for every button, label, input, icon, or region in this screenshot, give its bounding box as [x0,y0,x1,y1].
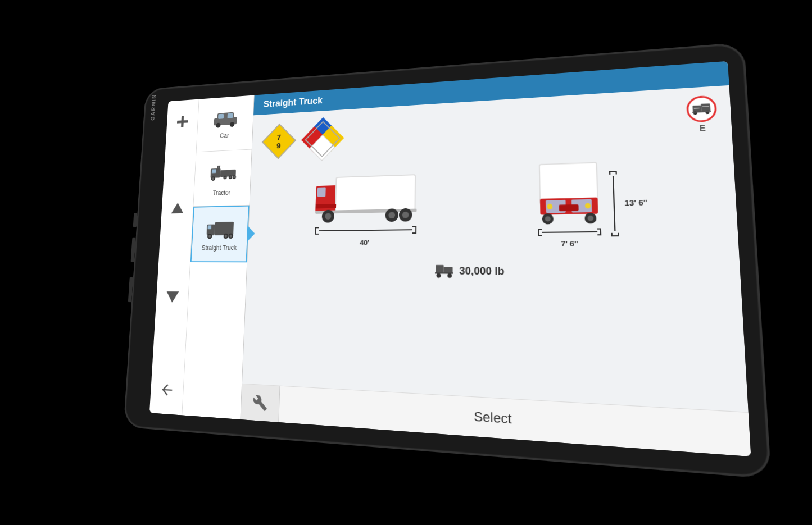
svg-point-57 [587,215,593,221]
plus-icon [174,113,189,130]
hazmat-diamond-nfpa [304,120,341,157]
svg-marker-2 [171,202,183,213]
svg-rect-11 [211,168,216,172]
weight-label: 30,000 lb [459,264,505,277]
height-label: 13' 6" [624,198,647,207]
svg-rect-33 [701,103,710,112]
hazmat-number-7: 7 [276,133,281,141]
up-icon [169,199,184,216]
tractor-icon [208,159,237,185]
svg-marker-3 [165,291,178,303]
svg-point-35 [705,110,709,113]
svg-rect-49 [315,203,336,208]
straight-truck-label: Straight Truck [201,244,237,251]
vehicle-item-tractor[interactable]: Tractor [193,149,252,207]
restriction-letter: E [699,123,706,133]
back-button[interactable] [154,376,179,404]
wrench-icon [252,394,267,412]
straight-truck-icon-nav [205,216,234,240]
hazmat-diamond-yellow: 7 9 [261,122,296,159]
svg-rect-32 [692,105,701,112]
device-wrapper: GARMIN [97,61,715,465]
svg-rect-53 [571,199,592,212]
svg-line-38 [702,106,709,107]
add-button[interactable] [170,109,194,134]
svg-point-34 [693,111,697,115]
restriction-circle [686,95,717,122]
svg-rect-63 [434,272,453,273]
truck-diagrams: 40' [257,149,725,254]
bottom-bar: Select [241,383,751,456]
car-label: Car [220,131,229,139]
restriction-icon: E [686,95,718,134]
car-icon [211,107,239,129]
svg-point-64 [436,273,441,277]
svg-rect-12 [220,169,235,176]
down-button[interactable] [160,284,184,311]
main-content: Straight Truck [241,61,751,456]
select-button[interactable]: Select [279,386,751,456]
down-icon [164,289,180,305]
length-label: 40' [360,238,369,246]
side-button-bot[interactable] [128,277,133,302]
svg-rect-58 [559,204,578,211]
svg-point-56 [584,212,596,223]
svg-point-59 [547,203,552,209]
wrench-button[interactable] [241,384,280,422]
screen: Car [149,61,751,456]
side-button-top[interactable] [133,213,137,227]
svg-rect-8 [217,113,223,118]
content-header: Straight Truck [253,61,729,115]
svg-rect-52 [546,199,566,213]
width-label: 7' 6" [561,239,578,248]
svg-rect-51 [540,197,598,214]
side-button-mid[interactable] [130,237,135,262]
garmin-device: GARMIN [123,42,771,478]
svg-rect-61 [436,264,443,272]
up-button[interactable] [165,195,189,220]
svg-point-55 [545,216,550,221]
truck-front-svg [533,159,604,225]
hazmat-number-9: 9 [276,141,281,150]
select-label: Select [474,408,511,427]
svg-rect-25 [214,221,233,235]
garmin-logo: GARMIN [149,94,156,121]
truck-restriction-icon [691,102,711,116]
vehicle-item-car[interactable]: Car [196,95,253,152]
weight-truck-icon [434,263,453,279]
page-title: Straight Truck [263,95,323,109]
svg-rect-40 [317,186,326,196]
content-body: E 7 9 [242,85,749,412]
svg-point-65 [447,273,452,278]
svg-rect-36 [692,111,711,113]
weight-row: 30,000 lb [256,262,726,281]
svg-point-54 [542,213,554,224]
length-dimension [315,225,416,234]
truck-side-svg [312,168,420,225]
svg-line-37 [693,108,699,108]
width-dimension [538,228,601,236]
vehicle-item-straight-truck[interactable]: Straight Truck [190,205,249,262]
tractor-label: Tractor [212,189,230,196]
svg-rect-24 [207,225,211,229]
truck-front-view: 7' 6" [533,159,605,248]
truck-front-view-container: 7' 6" 13' 6" [533,158,648,248]
truck-side-view-container: 40' [312,168,420,246]
svg-rect-41 [335,174,415,211]
svg-point-60 [584,203,591,208]
height-dimension [609,170,619,236]
svg-rect-62 [443,267,452,273]
svg-rect-50 [539,162,597,204]
svg-rect-9 [227,113,233,118]
back-icon [158,381,174,399]
